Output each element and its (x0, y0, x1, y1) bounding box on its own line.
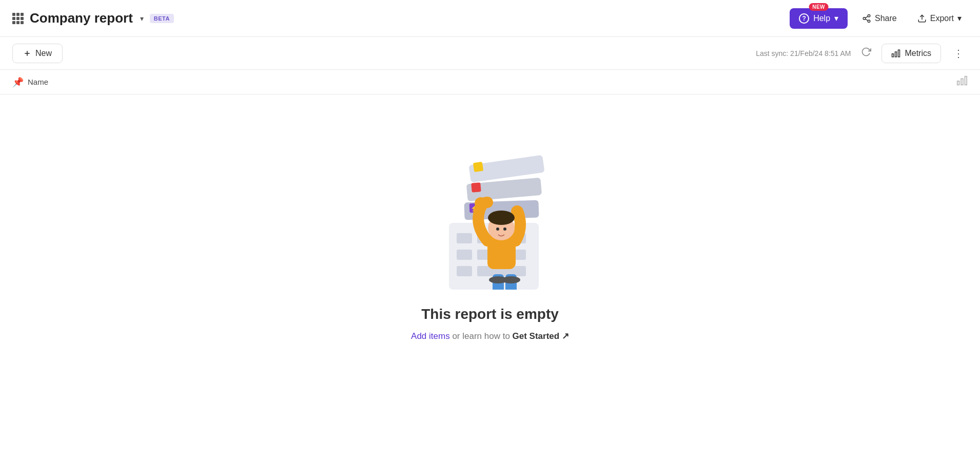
empty-state-title: This report is empty (421, 306, 559, 322)
new-label: New (35, 49, 52, 58)
toolbar-right: Last sync: 21/Feb/24 8:51 AM Metrics ⋮ (756, 44, 968, 63)
export-button[interactable]: Export ▾ (911, 9, 968, 27)
add-items-link[interactable]: Add items (411, 331, 450, 341)
new-button[interactable]: New (12, 44, 63, 63)
svg-point-38 (503, 227, 506, 231)
help-question-icon: ? (799, 13, 809, 24)
export-label: Export (930, 14, 954, 23)
header: Company report ▾ BETA NEW ? Help ▾ Share… (0, 0, 980, 37)
metrics-button[interactable]: Metrics (881, 44, 941, 63)
plus-icon (23, 49, 31, 58)
metrics-label: Metrics (905, 49, 931, 58)
svg-rect-25 (471, 182, 481, 193)
svg-point-31 (502, 276, 520, 283)
page-title: Company report (30, 10, 133, 26)
svg-point-0 (868, 14, 870, 17)
empty-state-text: or learn how to (450, 331, 513, 341)
header-left: Company report ▾ BETA (12, 10, 174, 26)
title-dropdown-chevron[interactable]: ▾ (140, 14, 144, 23)
svg-rect-13 (957, 81, 959, 85)
empty-illustration: ⚡ (408, 146, 572, 290)
main-content: ⚡ This report is empty (0, 94, 980, 403)
svg-rect-17 (457, 250, 472, 260)
pin-icon: 📌 (12, 77, 24, 88)
more-icon: ⋮ (953, 48, 964, 59)
grid-icon (12, 13, 24, 24)
toolbar: New Last sync: 21/Feb/24 8:51 AM Metrics… (0, 37, 980, 70)
export-dropdown-chevron: ▾ (957, 13, 962, 23)
svg-rect-9 (895, 52, 897, 57)
column-header-left: 📌 Name (12, 77, 48, 88)
svg-rect-10 (892, 53, 894, 56)
help-label: Help (813, 14, 830, 23)
svg-rect-12 (961, 79, 963, 85)
help-dropdown-chevron: ▾ (834, 13, 838, 23)
name-column-header: Name (28, 78, 48, 86)
last-sync-label: Last sync: 21/Feb/24 8:51 AM (756, 49, 851, 58)
refresh-icon[interactable] (859, 45, 873, 62)
more-options-button[interactable]: ⋮ (949, 44, 968, 63)
share-icon (862, 14, 871, 23)
help-button[interactable]: NEW ? Help ▾ (790, 8, 848, 29)
svg-rect-19 (457, 266, 472, 276)
empty-state-subtitle: Add items or learn how to Get Started ↗ (411, 331, 569, 341)
svg-point-36 (488, 211, 515, 225)
metrics-icon (891, 49, 900, 58)
share-button[interactable]: Share (856, 10, 903, 27)
header-right: NEW ? Help ▾ Share Export ▾ (790, 8, 968, 29)
export-icon (917, 14, 927, 23)
toolbar-left: New (12, 44, 63, 63)
svg-rect-8 (898, 50, 900, 57)
svg-point-33 (475, 197, 487, 210)
svg-line-4 (865, 16, 868, 17)
svg-point-37 (496, 227, 499, 231)
svg-rect-15 (457, 233, 472, 243)
column-chart-icon[interactable] (956, 75, 968, 89)
svg-line-3 (865, 19, 868, 21)
svg-rect-11 (965, 77, 967, 85)
share-label: Share (875, 14, 897, 23)
get-started-link[interactable]: Get Started ↗ (513, 331, 569, 341)
beta-badge: BETA (150, 14, 174, 23)
svg-point-1 (863, 17, 866, 20)
svg-point-2 (868, 20, 870, 23)
help-new-badge: NEW (809, 3, 829, 11)
column-header: 📌 Name (0, 70, 980, 94)
svg-rect-24 (473, 161, 483, 172)
